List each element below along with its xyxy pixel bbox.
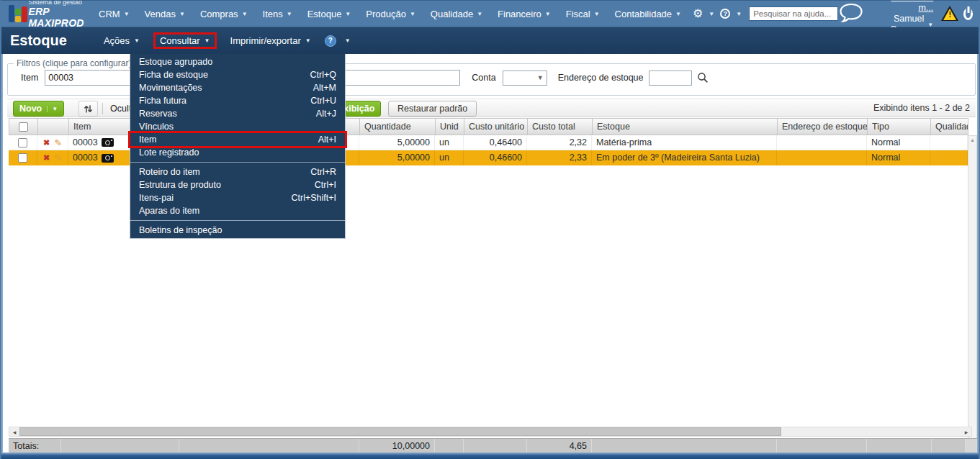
- camera-icon[interactable]: [102, 154, 114, 163]
- chevron-down-icon: ▼: [410, 11, 415, 17]
- totals-empty-cell: [61, 439, 179, 454]
- header-endereco-estoque[interactable]: Endereço de estoque: [778, 119, 868, 135]
- row-checkbox[interactable]: [18, 138, 27, 147]
- delete-icon[interactable]: ✖: [43, 150, 50, 165]
- totals-empty-cell: [932, 439, 966, 454]
- edit-pencil-icon[interactable]: ✎: [54, 150, 62, 165]
- filters-legend[interactable]: Filtros (clique para configurar): [14, 58, 134, 68]
- menu-acoes[interactable]: Ações▼: [99, 33, 145, 48]
- delete-icon[interactable]: ✖: [43, 135, 50, 150]
- menu-item-movimentacoes[interactable]: MovimentaçõesAlt+M: [130, 81, 345, 94]
- cell-estoque: Em poder de 3º (Madeireira Santa Luzia): [592, 150, 777, 165]
- chevron-down-icon: ▼: [134, 37, 140, 44]
- erp-app-window: Sistema de gestão ERP MAXIPROD CRM▼ Vend…: [0, 0, 980, 459]
- nav-compras[interactable]: Compras▼: [200, 9, 248, 19]
- scroll-right-arrow-icon[interactable]: ▶: [961, 427, 971, 436]
- menu-item-lote-registrado[interactable]: Lote registrado: [130, 146, 345, 159]
- nav-vendas[interactable]: Vendas▼: [145, 9, 185, 19]
- menu-item-estrutura-de-produto[interactable]: Estrutura de produtoCtrl+I: [130, 178, 345, 191]
- app-logo[interactable]: Sistema de gestão ERP MAXIPROD: [1, 0, 99, 29]
- conta-select[interactable]: ▼: [503, 71, 547, 86]
- endereco-filter-label: Endereço de estoque: [558, 73, 644, 83]
- header-tipo[interactable]: Tipo: [868, 119, 931, 135]
- horizontal-scrollbar-thumb[interactable]: [19, 427, 781, 436]
- menu-consultar[interactable]: Consultar▼: [153, 32, 217, 49]
- totals-empty-cell: [435, 439, 464, 454]
- menu-item-item[interactable]: ItemAlt+I: [130, 133, 345, 146]
- menu-item-boletins-de-inspecao[interactable]: Boletins de inspeção: [130, 224, 345, 237]
- menu-item-roteiro-do-item[interactable]: Roteiro do itemCtrl+R: [130, 165, 345, 178]
- page-help-icon[interactable]: ?: [325, 35, 336, 47]
- menu-item-ficha-futura[interactable]: Ficha futuraCtrl+U: [130, 94, 345, 107]
- totals-empty-cell: [777, 439, 867, 454]
- totals-row: Totais: 10,00000 4,65: [9, 438, 977, 454]
- select-all-checkbox[interactable]: [19, 122, 28, 132]
- items-count-status: Exibindo itens 1 - 2 de 2: [873, 103, 970, 113]
- cell-custo-unitario: 0,46400: [464, 135, 527, 150]
- header-custo-unitario[interactable]: Custo unitário: [464, 119, 528, 135]
- header-unid[interactable]: Unid: [436, 119, 464, 135]
- row-select-cell: [9, 150, 37, 165]
- totals-label: Totais:: [9, 439, 61, 454]
- chat-bubble-icon[interactable]: [838, 3, 864, 25]
- totals-empty-cell: [966, 439, 977, 454]
- menu-item-estoque-agrupado[interactable]: Estoque agrupado: [130, 55, 345, 68]
- help-dropdown-chevron-icon[interactable]: ▼: [736, 11, 742, 17]
- warning-icon[interactable]: !: [940, 6, 953, 22]
- chevron-down-icon: ▼: [124, 11, 130, 17]
- nav-estoque[interactable]: Estoque▼: [307, 9, 351, 19]
- cell-tipo: Normal: [867, 150, 930, 165]
- help-search-input[interactable]: [749, 6, 838, 21]
- logo-text: Sistema de gestão ERP MAXIPROD: [29, 0, 89, 29]
- restaurar-padrao-button[interactable]: Restaurar padrão: [388, 101, 477, 117]
- nav-contabilidade[interactable]: Contabilidade▼: [615, 9, 681, 19]
- company-link[interactable]: Fábrica de m...: [881, 0, 933, 14]
- menu-imprimir-exportar[interactable]: Imprimir/exportar▼: [225, 33, 316, 48]
- select-all-cell: [9, 119, 38, 135]
- nav-itens[interactable]: Itens▼: [263, 9, 292, 19]
- endereco-filter-input[interactable]: [649, 71, 692, 86]
- row-checkbox[interactable]: [18, 153, 27, 163]
- menu-item-vinculos[interactable]: Vínculos: [130, 120, 345, 133]
- cell-endereco: [777, 150, 867, 165]
- chevron-down-icon: ▼: [242, 11, 248, 17]
- logo-tiles-icon: [9, 4, 24, 23]
- nav-fiscal[interactable]: Fiscal▼: [566, 9, 600, 19]
- menu-item-itens-pai[interactable]: Itens-paiCtrl+Shift+I: [130, 191, 345, 204]
- novo-button[interactable]: Novo▼: [13, 101, 64, 117]
- horizontal-scrollbar[interactable]: ◀ ▶: [9, 427, 972, 437]
- chevron-down-icon: ▼: [179, 11, 185, 17]
- gear-dropdown-chevron-icon[interactable]: ▼: [709, 11, 714, 17]
- header-qualidade[interactable]: Qualidade: [931, 119, 968, 135]
- logout-power-icon[interactable]: [963, 8, 973, 20]
- header-custo-total[interactable]: Custo total: [528, 119, 593, 135]
- page-more-chevron-icon[interactable]: ▼: [345, 37, 351, 44]
- camera-icon[interactable]: [102, 138, 114, 147]
- item-filter-label: Item: [21, 73, 38, 83]
- topbar-icon-buttons: ⚙ ▼ ? ▼: [693, 8, 742, 19]
- chevron-down-icon: ▼: [305, 37, 311, 44]
- nav-financeiro[interactable]: Financeiro▼: [498, 9, 551, 19]
- nav-crm[interactable]: CRM▼: [99, 9, 130, 19]
- chevron-down-icon: ▼: [545, 11, 551, 17]
- chevron-down-icon: ▼: [204, 37, 210, 44]
- vertical-scrollbar[interactable]: ▲ ▼: [968, 135, 977, 459]
- scroll-left-arrow-icon[interactable]: ◀: [9, 427, 19, 436]
- nav-producao[interactable]: Produção▼: [366, 9, 415, 19]
- nav-qualidade[interactable]: Qualidade▼: [431, 9, 482, 19]
- conta-filter-label: Conta: [472, 73, 495, 83]
- search-icon[interactable]: [697, 72, 709, 83]
- header-quantidade[interactable]: Quantidade: [360, 119, 436, 135]
- edit-pencil-icon[interactable]: ✎: [54, 135, 62, 150]
- chevron-down-icon: ▼: [594, 11, 600, 17]
- menu-item-ficha-de-estoque[interactable]: Ficha de estoqueCtrl+Q: [130, 68, 345, 81]
- scroll-up-arrow-icon[interactable]: ▲: [968, 137, 976, 142]
- menu-item-aparas-do-item[interactable]: Aparas do item: [130, 204, 345, 217]
- novo-dropdown-chevron-icon[interactable]: ▼: [47, 106, 58, 112]
- gear-icon[interactable]: ⚙: [693, 8, 703, 19]
- help-icon[interactable]: ?: [720, 9, 730, 19]
- header-estoque[interactable]: Estoque: [593, 119, 778, 135]
- menu-item-reservas[interactable]: ReservasAlt+J: [130, 107, 345, 120]
- refresh-icon[interactable]: [78, 101, 98, 117]
- cell-quantidade: 5,00000: [359, 135, 435, 150]
